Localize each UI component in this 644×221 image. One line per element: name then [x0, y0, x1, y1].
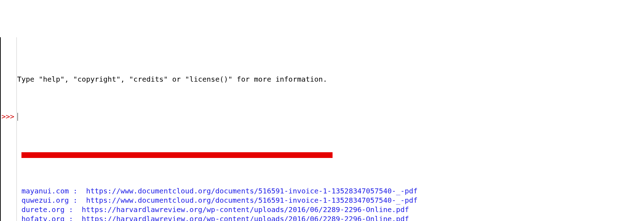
gutter-divider [16, 37, 17, 221]
redaction-bar [21, 152, 333, 158]
output-line: mayanui.com : https://www.documentcloud.… [1, 186, 644, 196]
prompt-symbol: >>> [1, 112, 16, 121]
output-text: mayanui.com : https://www.documentcloud.… [16, 186, 418, 196]
output-line: durete.org : https://harvardlawreview.or… [1, 205, 644, 214]
banner-line: Type "help", "copyright", "credits" or "… [1, 75, 644, 84]
prompt-line[interactable]: >>> [1, 112, 644, 121]
output-text: durete.org : https://harvardlawreview.or… [16, 205, 409, 214]
redacted-line [1, 149, 644, 158]
text-cursor-icon [18, 113, 18, 121]
output-line: hofaty.org : https://harvardlawreview.or… [1, 214, 644, 221]
banner-text: Type "help", "copyright", "credits" or "… [16, 75, 327, 84]
python-shell[interactable]: Type "help", "copyright", "credits" or "… [0, 37, 644, 221]
output-line: quwezui.org : https://www.documentcloud.… [1, 196, 644, 205]
output-text: hofaty.org : https://harvardlawreview.or… [16, 214, 409, 221]
output-text: quwezui.org : https://www.documentcloud.… [16, 196, 418, 205]
